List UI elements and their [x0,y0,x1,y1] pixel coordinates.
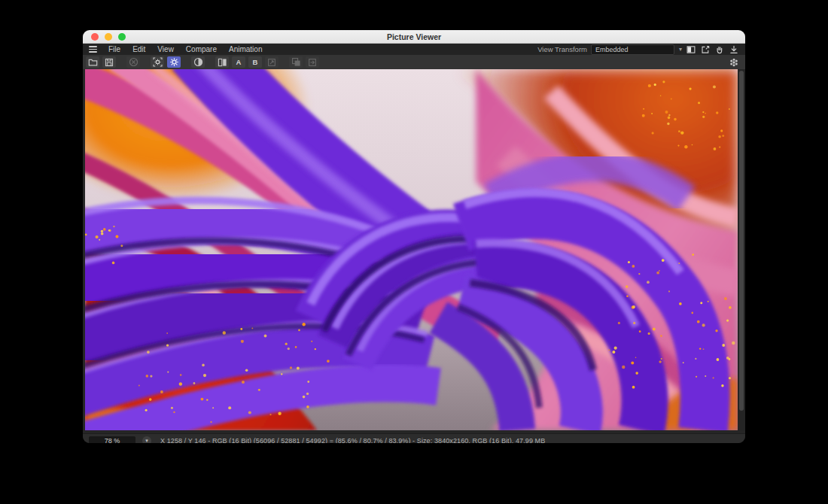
hamburger-menu-icon[interactable] [89,46,97,53]
menu-edit[interactable]: Edit [126,44,151,55]
save-image-button[interactable] [729,44,739,54]
swap-ab-button [265,56,279,68]
layout-options-button[interactable] [727,56,745,68]
split-compare-button[interactable] [686,44,696,54]
compare-ab-button[interactable] [215,56,229,68]
compare-panels-icon [218,58,227,67]
copy-icon [291,57,301,67]
open-file-button[interactable] [86,56,99,68]
image-b-button[interactable]: B [248,56,262,68]
pop-out-icon [701,45,710,54]
gear-in-frame-icon [153,57,163,67]
vertical-scrollbar[interactable] [738,69,745,430]
picture-viewer-window: Picture Viewer File Edit View Compare An… [83,30,745,443]
duplicate-button [289,56,303,68]
hand-icon [715,45,724,54]
zoom-level-input[interactable]: 78 % [89,436,135,444]
desktop: { "window": { "title": "Picture Viewer" … [0,0,828,504]
contrast-half-circle-icon [193,57,203,67]
contrast-button[interactable] [191,56,205,68]
download-arrow-icon [729,45,738,54]
vertical-scrollbar-thumb[interactable] [739,71,744,411]
menu-file[interactable]: File [102,44,126,55]
folder-icon [88,58,98,67]
viewer-image [85,69,738,430]
menubar-right-controls: View Transform Embedded ▾ [537,44,745,55]
export-arrow-icon [308,58,317,67]
menu-animation[interactable]: Animation [223,44,268,55]
statusbar: 78 % ▾ X 1258 / Y 146 - RGB (16 Bit) (56… [83,433,745,443]
menubar: File Edit View Compare Animation View Tr… [83,44,745,55]
render-settings-button[interactable] [151,56,164,68]
remove-image-button [126,56,140,68]
pixel-info-text: X 1258 / Y 146 - RGB (16 Bit) (56096 / 5… [160,437,545,444]
zoom-dropdown-button[interactable]: ▾ [142,436,151,444]
gear-icon [169,57,179,67]
image-a-button[interactable]: A [232,56,245,68]
view-transform-label: View Transform [537,45,587,53]
pan-tool-button[interactable] [714,44,725,54]
view-transform-dropdown-arrow-icon[interactable]: ▾ [679,46,682,53]
export-button [306,56,319,68]
menu-view[interactable]: View [151,44,180,55]
view-transform-select[interactable]: Embedded [591,44,674,55]
filter-settings-button[interactable] [167,56,181,68]
toolbar: A B [83,55,745,69]
window-title: Picture Viewer [83,32,745,41]
open-in-new-window-button[interactable] [700,44,711,54]
half-filled-square-icon [686,45,696,54]
image-canvas[interactable] [85,69,738,430]
viewer-row [83,69,745,430]
save-file-button[interactable] [102,56,116,68]
close-circle-icon [129,57,139,67]
swap-icon [267,58,276,67]
floppy-disk-icon [105,58,114,67]
chevron-down-icon: ▾ [145,438,148,444]
menu-compare[interactable]: Compare [180,44,223,55]
titlebar: Picture Viewer [83,30,745,44]
flower-burst-icon [729,57,739,68]
